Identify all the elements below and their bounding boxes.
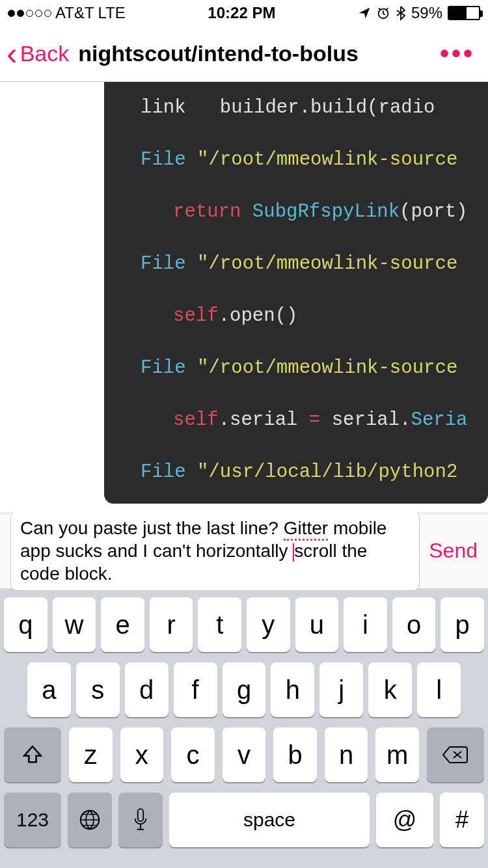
key-numeric[interactable]: 123 <box>4 793 61 847</box>
key-k[interactable]: k <box>368 662 412 717</box>
more-options-button[interactable]: ••• <box>440 39 481 68</box>
key-shift[interactable] <box>4 727 61 782</box>
status-right: 59% <box>358 4 480 22</box>
nav-bar: ‹ Back nightscout/intend-to-bolus ••• <box>0 26 488 82</box>
page-title: nightscout/intend-to-bolus <box>78 41 440 66</box>
signal-strength-icon <box>8 10 51 17</box>
battery-pct: 59% <box>411 4 442 22</box>
key-j[interactable]: j <box>319 662 363 717</box>
code-token: "/root/mmeowlink-source <box>197 149 457 170</box>
key-s[interactable]: s <box>76 662 120 717</box>
battery-icon <box>448 6 480 20</box>
location-icon <box>358 7 371 20</box>
input-text-spellcheck: Gitter <box>284 518 328 541</box>
key-t[interactable]: t <box>198 597 241 652</box>
chat-content[interactable]: link builder.build(radio File "/root/mme… <box>0 82 488 513</box>
compose-bar: Can you paste just the last line? Gitter… <box>0 513 488 588</box>
message-input[interactable]: Can you paste just the last line? Gitter… <box>10 511 420 591</box>
network-label: LTE <box>98 4 126 22</box>
back-label: Back <box>20 41 70 66</box>
key-u[interactable]: u <box>295 597 339 652</box>
key-b[interactable]: b <box>273 727 317 782</box>
key-dictate[interactable] <box>118 793 163 847</box>
key-v[interactable]: v <box>223 727 266 782</box>
key-e[interactable]: e <box>101 597 144 652</box>
key-backspace[interactable] <box>427 727 484 782</box>
code-token: serial. <box>320 409 411 431</box>
microphone-icon <box>132 807 149 832</box>
key-z[interactable]: z <box>69 727 113 782</box>
code-token: return <box>173 201 252 223</box>
code-token: (port) <box>400 201 467 223</box>
alarm-icon <box>376 6 390 20</box>
code-token: .serial <box>219 409 309 431</box>
code-token: "/root/mmeowlink-source <box>197 357 457 379</box>
svg-rect-2 <box>138 809 143 821</box>
code-token: File <box>141 149 197 170</box>
code-token: .open() <box>219 305 298 327</box>
code-token: SubgRfspyLink <box>252 201 400 223</box>
key-x[interactable]: x <box>120 727 164 782</box>
code-block-message: link builder.build(radio File "/root/mme… <box>104 82 488 504</box>
key-p[interactable]: p <box>441 597 484 652</box>
key-h[interactable]: h <box>271 662 314 717</box>
status-left: AT&T LTE <box>8 4 126 22</box>
code-token: Seria <box>411 409 468 431</box>
code-token: = <box>309 409 320 431</box>
key-d[interactable]: d <box>125 662 169 717</box>
key-globe[interactable] <box>68 793 112 847</box>
keyboard-row-3: z x c v b n m <box>4 727 484 782</box>
key-w[interactable]: w <box>53 597 96 652</box>
send-button[interactable]: Send <box>429 539 478 563</box>
backspace-icon <box>442 745 469 765</box>
shift-icon <box>21 744 44 766</box>
key-space[interactable]: space <box>169 793 370 847</box>
key-l[interactable]: l <box>417 662 461 717</box>
key-c[interactable]: c <box>171 727 215 782</box>
code-token: File <box>141 357 197 379</box>
key-a[interactable]: a <box>27 662 71 717</box>
key-f[interactable]: f <box>174 662 217 717</box>
code-token: File <box>141 253 197 275</box>
key-r[interactable]: r <box>150 597 193 652</box>
code-token: "/root/mmeowlink-source <box>197 253 457 275</box>
code-token: self <box>173 305 219 327</box>
key-q[interactable]: q <box>4 597 47 652</box>
status-time: 10:22 PM <box>208 4 275 22</box>
keyboard: q w e r t y u i o p a s d f g h j k l z … <box>0 588 488 868</box>
keyboard-row-2: a s d f g h j k l <box>4 662 484 717</box>
key-y[interactable]: y <box>247 597 290 652</box>
code-token: File <box>141 461 197 483</box>
code-token: link <box>141 97 186 118</box>
key-g[interactable]: g <box>223 662 266 717</box>
bluetooth-icon <box>396 5 406 21</box>
key-hash[interactable]: # <box>440 793 484 847</box>
keyboard-row-1: q w e r t y u i o p <box>4 597 484 652</box>
key-at[interactable]: @ <box>376 793 433 847</box>
chevron-left-icon: ‹ <box>7 46 18 62</box>
status-bar: AT&T LTE 10:22 PM 59% <box>0 0 488 26</box>
key-n[interactable]: n <box>325 727 368 782</box>
globe-icon <box>79 809 101 831</box>
code-token: builder <box>220 97 299 118</box>
carrier-label: AT&T <box>55 4 94 22</box>
code-token: "/usr/local/lib/python2 <box>197 461 457 483</box>
code-token: self <box>173 409 219 431</box>
key-i[interactable]: i <box>344 597 387 652</box>
keyboard-row-4: 123 space @ # <box>4 793 484 847</box>
code-token: .build(radio <box>299 97 435 118</box>
key-o[interactable]: o <box>392 597 436 652</box>
key-m[interactable]: m <box>375 727 419 782</box>
input-text: Can you paste just the last line? <box>20 518 284 538</box>
back-button[interactable]: ‹ Back <box>7 41 78 66</box>
